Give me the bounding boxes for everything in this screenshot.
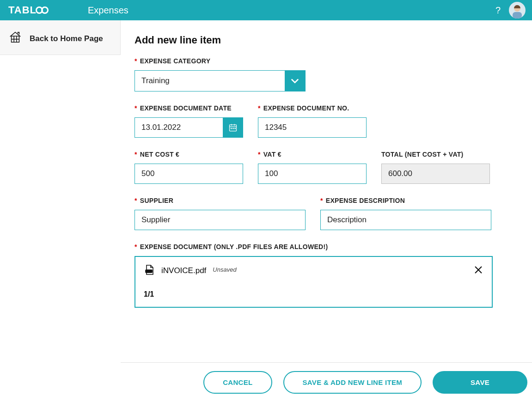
back-to-home-link[interactable]: Back to Home Page	[0, 20, 120, 57]
help-icon[interactable]: ?	[495, 5, 501, 16]
pdf-icon: PDF	[144, 264, 155, 277]
save-add-button[interactable]: SAVE & ADD NEW LINE ITEM	[283, 371, 422, 394]
cancel-button[interactable]: CANCEL	[203, 371, 272, 394]
supplier-label: *SUPPLIER	[135, 197, 306, 204]
svg-text:PDF: PDF	[147, 270, 151, 273]
form-title: Add new line item	[135, 34, 518, 46]
doc-date-label: *EXPENSE DOCUMENT DATE	[135, 104, 243, 112]
file-status: Unsaved	[213, 266, 236, 273]
category-value: Training	[135, 71, 285, 91]
svg-rect-9	[232, 128, 234, 129]
svg-rect-1	[513, 12, 522, 18]
supplier-input[interactable]	[135, 210, 306, 230]
save-button[interactable]: SAVE	[433, 371, 527, 394]
category-select[interactable]: Training	[135, 70, 306, 91]
svg-rect-6	[230, 125, 237, 131]
app-header: TABL Expenses ?	[0, 0, 532, 20]
brand-text-part: TABL	[8, 4, 37, 16]
sidebar: Back to Home Page	[0, 20, 121, 55]
file-row: PDF iNVOICE.pdf Unsaved	[144, 264, 483, 277]
svg-rect-10	[234, 128, 236, 129]
net-cost-input[interactable]	[135, 164, 243, 184]
page-title: Expenses	[88, 5, 128, 16]
doc-date-input[interactable]	[135, 117, 223, 138]
file-counter: 1/1	[144, 290, 483, 298]
category-label: *EXPENSE CATEGORY	[135, 57, 306, 65]
svg-rect-8	[231, 128, 232, 129]
home-icon	[8, 30, 22, 47]
document-label: *EXPENSE DOCUMENT (ONLY .PDF FILES ARE A…	[135, 243, 518, 250]
file-name: iNVOICE.pdf	[161, 266, 206, 275]
vat-label: *VAT €	[258, 151, 367, 158]
back-to-home-label: Back to Home Page	[30, 34, 103, 43]
doc-no-input[interactable]	[258, 117, 367, 138]
avatar[interactable]	[509, 2, 526, 18]
description-label: *EXPENSE DESCRIPTION	[320, 197, 491, 204]
remove-file-button[interactable]	[473, 265, 483, 277]
net-cost-label: *NET COST €	[135, 151, 243, 158]
calendar-icon[interactable]	[223, 117, 243, 138]
description-input[interactable]	[320, 210, 491, 230]
doc-no-label: *EXPENSE DOCUMENT NO.	[258, 104, 367, 112]
form-footer: CANCEL SAVE & ADD NEW LINE ITEM SAVE	[121, 362, 532, 402]
vat-input[interactable]	[258, 164, 367, 184]
main-content: Add new line item *EXPENSE CATEGORY Trai…	[121, 20, 532, 402]
brand-logo: TABL	[0, 4, 88, 16]
total-label: TOTAL (NET COST + VAT)	[381, 151, 490, 158]
chevron-down-icon[interactable]	[285, 71, 305, 91]
brand-logo-rings	[37, 6, 49, 14]
total-value: 600.00	[381, 164, 490, 184]
document-upload-box[interactable]: PDF iNVOICE.pdf Unsaved 1/1	[135, 256, 493, 308]
